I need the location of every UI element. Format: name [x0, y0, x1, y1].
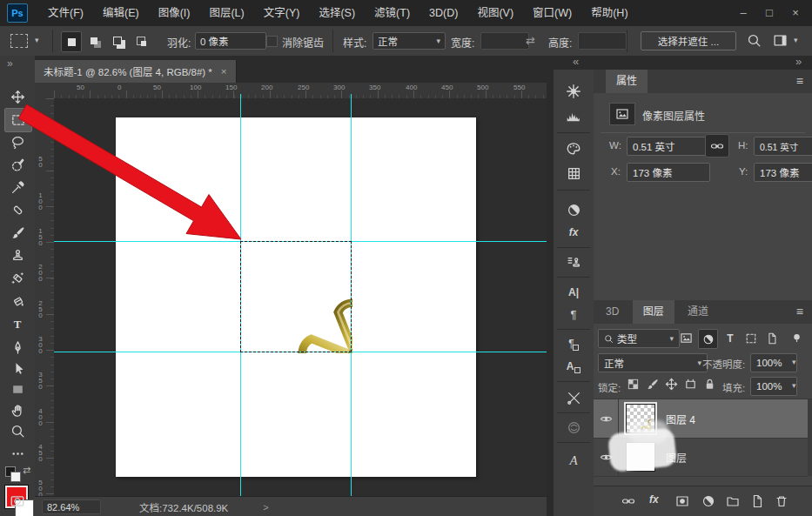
document-tab[interactable]: 未标题-1 @ 82.6% (图层 4, RGB/8#) * × [35, 60, 237, 83]
tab-layers[interactable]: 图层 [633, 300, 674, 324]
fill-field[interactable]: 100% [750, 377, 797, 396]
menu-item-view[interactable]: 视图(V) [467, 0, 523, 26]
marquee-selection[interactable] [240, 241, 352, 352]
add-layer-mask-icon[interactable] [675, 494, 689, 511]
layer-visibility-toggle[interactable] [594, 399, 619, 438]
filter-shape-layers-icon[interactable] [742, 330, 760, 346]
lock-transparency-icon[interactable] [627, 378, 640, 393]
tool-preset-icon[interactable] [10, 34, 28, 48]
swap-dimensions-icon[interactable]: ⇄ [526, 34, 535, 47]
menu-item-type[interactable]: 文字(Y) [254, 0, 310, 26]
selection-mode-new-button[interactable] [61, 31, 82, 52]
tool-eyedropper[interactable] [10, 179, 25, 195]
filter-adjustment-layers-icon[interactable] [698, 329, 718, 349]
top-ruler[interactable]: 50 0 50 100 150 200 250 300 350 400 450 … [54, 83, 547, 99]
tool-spot-healing[interactable] [10, 202, 25, 218]
swatches-panel-icon[interactable] [566, 165, 581, 181]
close-icon[interactable]: × [782, 0, 809, 26]
menu-item-file[interactable]: 文件(F) [38, 0, 93, 26]
toolbar-collapse-icon[interactable]: » [7, 57, 13, 70]
histogram-panel-icon[interactable] [566, 108, 581, 124]
tools-presets-panel-icon[interactable] [566, 390, 581, 405]
color-panel-icon[interactable] [566, 141, 581, 157]
tool-brush[interactable] [10, 224, 25, 240]
layers-scrollbar[interactable] [808, 399, 812, 476]
new-group-icon[interactable] [726, 494, 740, 511]
search-icon[interactable] [747, 33, 762, 50]
menu-item-3d[interactable]: 3D(D) [419, 0, 467, 26]
document-tab-close-icon[interactable]: × [221, 66, 227, 77]
height-input[interactable] [578, 32, 627, 50]
canvas-viewport[interactable] [54, 98, 547, 496]
width-input[interactable] [480, 32, 529, 50]
filter-toggle-icon[interactable] [789, 330, 803, 346]
delete-layer-icon[interactable] [775, 494, 789, 511]
lock-all-icon[interactable] [703, 378, 716, 393]
menu-item-image[interactable]: 图像(I) [149, 0, 200, 26]
dock-collapse-icon[interactable]: « [573, 55, 579, 68]
minimize-icon[interactable]: – [730, 0, 756, 26]
lock-position-icon[interactable] [665, 378, 678, 393]
tool-zoom[interactable] [10, 423, 25, 439]
maximize-icon[interactable]: □ [756, 0, 782, 26]
navigator-panel-icon[interactable] [566, 84, 581, 99]
opacity-dropdown-icon[interactable]: ▾ [792, 358, 796, 366]
filter-type-layers-icon[interactable]: T [721, 330, 739, 346]
tool-preset-dropdown-icon[interactable]: ▾ [35, 36, 39, 44]
status-more-icon[interactable]: > [263, 502, 268, 513]
character-panel-icon[interactable]: A| [566, 285, 581, 300]
left-ruler[interactable]: 0 50 100 150 200 250 300 350 400 450 500 [35, 98, 55, 496]
filter-pixel-layers-icon[interactable] [677, 330, 695, 346]
height-property-field[interactable]: 0.51 英寸 [754, 137, 812, 156]
adjustments-panel-icon[interactable] [566, 202, 581, 218]
new-adjustment-layer-icon[interactable] [701, 494, 715, 511]
properties-menu-icon[interactable]: ≡ [796, 74, 803, 88]
tool-rectangle[interactable] [10, 381, 25, 397]
tool-pen[interactable] [10, 339, 25, 355]
tab-channels[interactable]: 通道 [677, 300, 719, 324]
menu-item-select[interactable]: 选择(S) [309, 0, 365, 26]
menu-item-help[interactable]: 帮助(H) [581, 0, 637, 26]
tab-3d[interactable]: 3D [595, 300, 629, 324]
select-and-mask-button[interactable]: 选择并遮住 ... [641, 31, 736, 50]
selection-mode-add-button[interactable] [84, 31, 104, 50]
workspace-switcher-icon[interactable] [773, 33, 788, 50]
x-property-field[interactable]: 173 像素 [627, 163, 710, 182]
new-layer-icon[interactable] [750, 494, 764, 511]
tool-rectangular-marquee[interactable] [4, 108, 32, 132]
blend-mode-select[interactable]: 正常 ▾ [598, 353, 708, 372]
layer-filter-type-select[interactable]: 类型 ▾ [598, 329, 680, 348]
tool-paint-bucket[interactable] [10, 292, 25, 308]
menu-item-edit[interactable]: 编辑(E) [93, 0, 149, 26]
tool-hand[interactable] [10, 402, 25, 418]
layers-menu-icon[interactable]: ≡ [796, 305, 803, 318]
paragraph-panel-icon[interactable]: ¶ [566, 306, 581, 322]
layer-name[interactable]: 图层 4 [666, 412, 695, 426]
tool-move[interactable] [10, 89, 25, 104]
edit-toolbar-icon[interactable] [10, 446, 25, 461]
link-layers-icon[interactable] [621, 494, 635, 511]
3d-panel-icon[interactable] [566, 419, 581, 435]
glyphs-panel-icon[interactable]: A [566, 452, 581, 468]
tool-type[interactable]: T [10, 317, 25, 332]
filter-smart-objects-icon[interactable] [763, 330, 781, 346]
tool-path-selection[interactable] [10, 360, 25, 376]
width-property-field[interactable]: 0.51 英寸 [627, 137, 710, 156]
swap-colors-icon[interactable]: ⇄ [23, 465, 30, 476]
tab-properties[interactable]: 属性 [606, 70, 648, 93]
tool-clone-stamp[interactable] [10, 247, 25, 263]
workspace-dropdown-icon[interactable]: ▾ [794, 36, 798, 44]
layer-style-icon[interactable]: fx [649, 493, 659, 506]
opacity-field[interactable]: 100% [750, 353, 797, 372]
tool-lasso[interactable] [10, 134, 25, 150]
style-select[interactable]: 正常 ▾ [372, 32, 446, 50]
antialias-checkbox[interactable] [266, 36, 278, 47]
fill-dropdown-icon[interactable]: ▾ [792, 381, 796, 390]
ruler-corner[interactable] [35, 83, 55, 99]
quick-mask-icon[interactable] [10, 493, 25, 508]
menu-item-filter[interactable]: 滤镜(T) [365, 0, 419, 26]
feather-input[interactable]: 0 像素 [195, 32, 266, 50]
menu-item-window[interactable]: 窗口(W) [523, 0, 581, 26]
dock-expand-icon[interactable]: » [795, 55, 802, 68]
tool-history-brush[interactable] [10, 270, 25, 285]
